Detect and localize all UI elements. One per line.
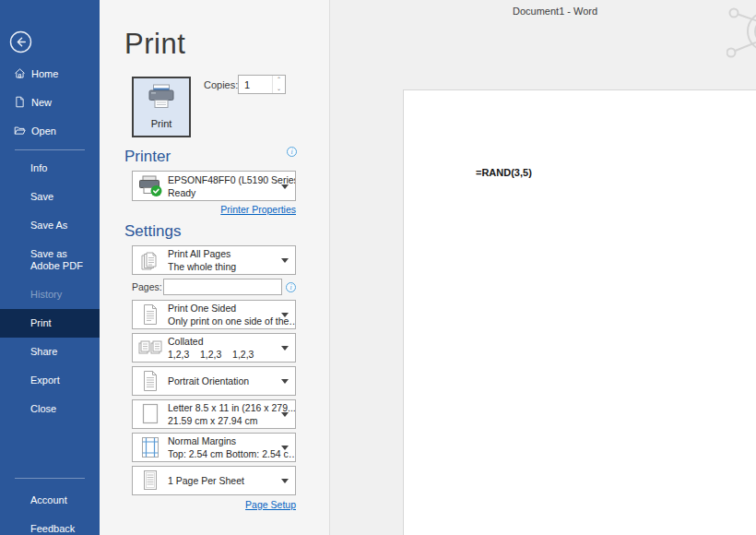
print-all-pages-icon (133, 248, 168, 272)
printer-info-icon[interactable]: i (287, 147, 297, 157)
copies-input[interactable] (239, 76, 272, 93)
sidebar-item-export[interactable]: Export (0, 366, 100, 395)
printer-selector-dropdown[interactable]: EPSONF48FF0 (L5190 Series) Ready (132, 171, 296, 201)
chevron-down-icon (281, 479, 289, 483)
document-preview-page: =RAND(3,5) (403, 89, 756, 535)
sidebar-menu: Info Save Save As Save as Adobe PDF Hist… (0, 154, 100, 423)
sidebar-item-label: Export (30, 374, 60, 386)
sidebar-item-feedback[interactable]: Feedback (0, 515, 100, 535)
chevron-down-icon (281, 184, 289, 189)
sidebar-item-account[interactable]: Account (0, 486, 100, 515)
page-setup-link[interactable]: Page Setup (245, 499, 296, 510)
back-arrow-icon (9, 41, 32, 56)
dropdown-title: Collated (168, 335, 282, 348)
sidebar-item-save[interactable]: Save (0, 183, 100, 211)
collated-icon (133, 337, 168, 359)
sidebar-item-label: Print (30, 317, 52, 329)
print-button-label: Print (151, 118, 172, 129)
page-title: Print (124, 28, 185, 61)
dropdown-title: Letter 8.5 x 11 in (216 x 279... (168, 401, 282, 414)
spin-down-icon[interactable]: ⌄ (273, 85, 285, 94)
collation-dropdown[interactable]: Collated 1,2,3 1,2,3 1,2,3 (132, 333, 296, 363)
pages-label: Pages: (132, 281, 163, 292)
printer-icon (146, 83, 177, 114)
new-document-icon (14, 96, 26, 108)
copies-stepper: ⌃ ⌄ (238, 75, 286, 94)
dropdown-title: Print One Sided (168, 302, 282, 315)
sidebar-divider (15, 478, 85, 479)
printer-status-icon (133, 174, 168, 198)
pages-per-sheet-dropdown[interactable]: 1 Page Per Sheet (132, 466, 296, 495)
sidebar-item-label: Close (30, 403, 56, 415)
chevron-down-icon (281, 379, 289, 384)
dropdown-text: 1 Page Per Sheet (168, 474, 295, 487)
print-sides-dropdown[interactable]: Print One Sided Only print on one side o… (132, 300, 296, 329)
page-setup-row: Page Setup (132, 499, 296, 510)
dropdown-text: Letter 8.5 x 11 in (216 x 279... 21.59 c… (168, 401, 295, 427)
decorative-network-graphic (726, 4, 756, 70)
paper-size-dropdown[interactable]: Letter 8.5 x 11 in (216 x 279... 21.59 c… (132, 399, 296, 429)
sidebar-item-label: Feedback (30, 523, 75, 535)
dropdown-text: Print All Pages The whole thing (168, 247, 295, 273)
dropdown-title: Normal Margins (168, 434, 282, 447)
dropdown-subtitle: 21.59 cm x 27.94 cm (168, 414, 282, 427)
dropdown-title: Print All Pages (168, 247, 282, 260)
dropdown-subtitle: Only print on one side of the… (168, 315, 282, 327)
document-text: =RAND(3,5) (476, 167, 532, 178)
sidebar-nav-top: Home New Open (0, 59, 100, 155)
sidebar-item-label: Info (30, 162, 47, 174)
chevron-down-icon (281, 313, 289, 317)
sidebar-item-new[interactable]: New (0, 88, 100, 116)
sidebar-item-info[interactable]: Info (0, 154, 100, 183)
print-button[interactable]: Print (132, 77, 191, 137)
backstage-sidebar: Home New Open Info Save Save As Save as … (0, 0, 100, 535)
sidebar-item-label: Home (31, 68, 58, 79)
dropdown-subtitle: Top: 2.54 cm Bottom: 2.54 c… (168, 447, 282, 460)
printer-name: EPSONF48FF0 (L5190 Series) (168, 173, 282, 186)
sidebar-item-print[interactable]: Print (0, 309, 100, 338)
dropdown-text: Print One Sided Only print on one side o… (168, 302, 295, 327)
pages-info-icon[interactable]: i (286, 282, 296, 292)
sidebar-item-save-as[interactable]: Save As (0, 211, 100, 240)
sidebar-item-label: New (31, 97, 52, 108)
sidebar-item-label: Account (30, 494, 67, 506)
sidebar-item-label: Open (31, 125, 56, 137)
back-button[interactable] (9, 30, 32, 54)
home-icon (14, 67, 26, 79)
portrait-orientation-icon (133, 369, 168, 393)
spin-up-icon[interactable]: ⌃ (273, 76, 285, 85)
sidebar-item-label: Save (30, 191, 53, 203)
sidebar-item-label: Save as Adobe PDF (30, 248, 87, 272)
chevron-down-icon (281, 446, 289, 450)
orientation-dropdown[interactable]: Portrait Orientation (132, 366, 296, 396)
sidebar-item-close[interactable]: Close (0, 395, 100, 423)
copies-spin-buttons: ⌃ ⌄ (272, 76, 285, 93)
sidebar-item-share[interactable]: Share (0, 338, 100, 366)
margins-dropdown[interactable]: Normal Margins Top: 2.54 cm Bottom: 2.54… (132, 433, 296, 462)
sidebar-item-label: Save As (30, 220, 67, 232)
chevron-down-icon (281, 412, 289, 417)
sidebar-item-label: History (30, 289, 62, 301)
dropdown-title: 1 Page Per Sheet (168, 474, 282, 487)
settings-stack: Print All Pages The whole thing Pages: i (132, 245, 296, 499)
sidebar-item-label: Share (30, 346, 57, 358)
sidebar-divider (15, 149, 85, 150)
word-backstage-print-view: Home New Open Info Save Save As Save as … (0, 0, 756, 535)
window-title: Document1 - Word (513, 6, 597, 17)
chevron-down-icon (281, 346, 289, 351)
print-settings-panel: Print Print Copies: ⌃ ⌄ Prin (100, 0, 329, 535)
sidebar-item-home[interactable]: Home (0, 59, 100, 88)
pages-per-sheet-icon (133, 469, 168, 493)
dropdown-subtitle: The whole thing (168, 260, 282, 273)
print-one-sided-icon (133, 303, 168, 327)
sidebar-item-history: History (0, 280, 100, 309)
margins-icon (133, 435, 168, 459)
sidebar-item-open[interactable]: Open (0, 116, 100, 145)
dropdown-text: Collated 1,2,3 1,2,3 1,2,3 (168, 335, 295, 361)
print-range-dropdown[interactable]: Print All Pages The whole thing (132, 245, 296, 275)
printer-properties-link[interactable]: Printer Properties (220, 204, 296, 215)
sidebar-item-save-as-adobe-pdf[interactable]: Save as Adobe PDF (0, 240, 100, 280)
printer-status: Ready (168, 186, 282, 199)
pages-input[interactable] (163, 279, 282, 295)
dropdown-text: Portrait Orientation (168, 374, 295, 387)
